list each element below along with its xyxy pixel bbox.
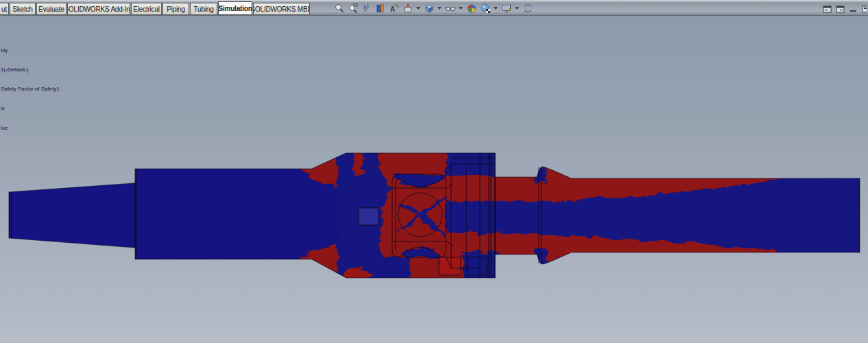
section-view-icon[interactable] (374, 3, 386, 14)
tab-solidworks-add-ins[interactable]: SOLIDWORKS Add-Ins (67, 3, 130, 15)
apply-scene-dropdown-icon[interactable] (494, 7, 498, 10)
tab-sketch[interactable]: Sketch (10, 3, 36, 15)
annotation-line: 1(-Default-) (1, 67, 60, 73)
view-orientation-dropdown-icon[interactable] (416, 7, 420, 10)
tab-solidworks-mbd[interactable]: SOLIDWORKS MBD (253, 3, 310, 15)
redraw-icon[interactable] (522, 3, 533, 14)
display-style-icon[interactable] (423, 3, 435, 14)
edit-appearance-icon[interactable] (466, 3, 477, 14)
hide-show-items-dropdown-icon[interactable] (459, 7, 463, 10)
tile-window-icon[interactable] (836, 5, 845, 13)
tab-electrical[interactable]: Electrical (131, 3, 162, 15)
tab-piping[interactable]: Piping (162, 3, 189, 15)
annotation-line: bly (1, 47, 60, 54)
svg-text:A: A (390, 5, 395, 13)
annotation-line: lue (1, 125, 60, 131)
zoom-to-fit-icon[interactable] (333, 3, 345, 14)
apply-scene-icon[interactable] (479, 3, 491, 14)
zoom-to-area-icon[interactable] (347, 3, 359, 14)
tab-tubing[interactable]: Tubing (190, 3, 217, 15)
minimize-window-icon[interactable] (849, 5, 858, 13)
view-settings-dropdown-icon[interactable] (515, 7, 519, 10)
dynamic-annotation-views-icon[interactable]: A (388, 3, 400, 14)
graphics-viewport[interactable]: bly 1(-Default-) Safety Factor of Safety… (0, 16, 868, 343)
view-settings-icon[interactable] (501, 3, 512, 14)
hide-show-items-icon[interactable] (444, 3, 456, 14)
previous-view-icon[interactable] (361, 3, 372, 14)
partial-window-control-icon[interactable] (862, 5, 867, 13)
fos-model-plot (0, 16, 868, 343)
annotation-line: ic (1, 105, 60, 111)
window-controls (823, 4, 868, 14)
annotation-line: Safety Factor of Safety1 (1, 86, 60, 92)
display-style-dropdown-icon[interactable] (437, 7, 442, 10)
restore-window-icon[interactable] (823, 5, 832, 13)
command-tabs: ut Sketch Evaluate SOLIDWORKS Add-Ins El… (0, 0, 311, 16)
tab-simulation[interactable]: Simulation (218, 1, 252, 15)
tab-layout-partial[interactable]: ut (0, 3, 9, 15)
tab-evaluate[interactable]: Evaluate (36, 3, 67, 15)
command-bar: ut Sketch Evaluate SOLIDWORKS Add-Ins El… (0, 0, 868, 16)
plot-annotation: bly 1(-Default-) Safety Factor of Safety… (1, 34, 60, 144)
view-orientation-icon[interactable] (402, 3, 413, 14)
heads-up-view-toolbar: A (333, 2, 533, 14)
